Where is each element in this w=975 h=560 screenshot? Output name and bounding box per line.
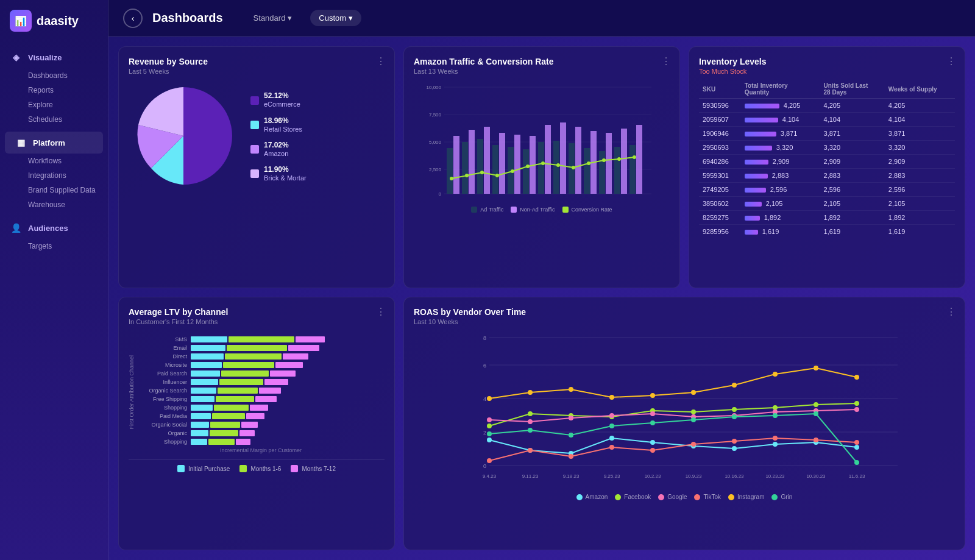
- legend-ad-traffic: Ad Traffic: [471, 207, 503, 213]
- ltv-legend-months712: Months 7-12: [291, 465, 336, 472]
- sku-cell: 1906946: [699, 127, 741, 141]
- ltv-bar-row: SMS: [137, 336, 385, 342]
- sidebar-item-audiences[interactable]: 👤 Audiences: [0, 217, 108, 239]
- tab-standard[interactable]: Standard ▾: [245, 10, 301, 26]
- svg-point-88: [854, 401, 859, 406]
- legend-dot-amazon: [250, 145, 259, 154]
- sidebar-item-brand-supplied[interactable]: Brand Supplied Data: [0, 183, 108, 197]
- svg-point-102: [609, 445, 614, 450]
- svg-point-128: [854, 460, 859, 465]
- ltv-bar-segments: [191, 388, 281, 394]
- inventory-title: Inventory Levels: [699, 57, 955, 66]
- sidebar-label-visualize: Visualize: [28, 53, 62, 62]
- table-row: 2059607 4,104 4,104 4,104: [699, 113, 955, 127]
- ltv-bar-segments: [191, 379, 288, 385]
- roas-subtitle: Last 10 Weeks: [414, 318, 955, 325]
- weeks-cell: 1,892: [885, 211, 955, 225]
- revenue-subtitle: Last 5 Weeks: [129, 68, 385, 75]
- svg-point-46: [602, 158, 606, 162]
- tab-custom[interactable]: Custom ▾: [310, 10, 361, 26]
- sold-cell: 1,892: [820, 211, 885, 225]
- roas-menu[interactable]: ⋮: [946, 306, 956, 317]
- svg-point-86: [773, 405, 778, 410]
- sidebar-item-dashboards[interactable]: Dashboards: [0, 68, 108, 83]
- ltv-y-label: First Order Attribution Channel: [129, 355, 135, 430]
- sold-cell: 3,871: [820, 127, 885, 141]
- sold-cell: 2,883: [820, 169, 885, 183]
- total-cell: 2,105: [741, 197, 820, 211]
- table-row: 8259275 1,892 1,892 1,892: [699, 211, 955, 225]
- weeks-cell: 4,205: [885, 99, 955, 113]
- amazon-subtitle: Last 13 Weeks: [414, 68, 670, 75]
- roas-legend-facebook: Facebook: [615, 494, 651, 500]
- ltv-bar-row: Organic Search: [137, 388, 385, 394]
- legend-retail: 18.96% Retail Stores: [250, 116, 307, 133]
- sidebar-item-visualize[interactable]: ◈ Visualize: [0, 46, 108, 68]
- svg-point-108: [854, 440, 859, 445]
- sold-cell: 3,320: [820, 141, 885, 155]
- svg-point-121: [569, 433, 573, 438]
- sidebar-section-platform: ▦ Platform Workflows Integrations Brand …: [0, 132, 108, 212]
- revenue-menu[interactable]: ⋮: [376, 55, 386, 67]
- inventory-menu[interactable]: ⋮: [946, 55, 956, 67]
- sku-cell: 5959301: [699, 169, 741, 183]
- ltv-channel-label: Microsite: [137, 362, 187, 368]
- sidebar-item-schedules[interactable]: Schedules: [0, 112, 108, 127]
- svg-point-123: [650, 420, 655, 425]
- svg-rect-11: [453, 136, 459, 194]
- svg-point-118: [854, 375, 859, 380]
- inventory-card: Inventory Levels Too Much Stock ⋮ SKU To…: [689, 46, 965, 288]
- ltv-card: Average LTV by Channel In Customer's Fir…: [118, 297, 395, 550]
- ltv-menu[interactable]: ⋮: [376, 306, 386, 317]
- svg-point-79: [487, 424, 492, 428]
- ltv-channel-label: Email: [137, 345, 187, 351]
- svg-point-111: [569, 387, 573, 392]
- sku-cell: 6940286: [699, 155, 741, 169]
- ltv-bar-row: Free Shipping: [137, 396, 385, 402]
- sidebar-item-workflows[interactable]: Workflows: [0, 154, 108, 168]
- svg-point-91: [569, 416, 573, 420]
- sidebar-section-visualize: ◈ Visualize Dashboards Reports Explore S…: [0, 46, 108, 127]
- weeks-cell: 3,871: [885, 127, 955, 141]
- svg-rect-20: [523, 149, 529, 194]
- svg-rect-25: [560, 122, 566, 194]
- svg-point-73: [650, 440, 655, 445]
- svg-point-117: [814, 366, 818, 370]
- svg-rect-34: [629, 145, 636, 194]
- sidebar-item-integrations[interactable]: Integrations: [0, 168, 108, 183]
- svg-point-87: [814, 402, 818, 407]
- table-row: 3850602 2,105 2,105 2,105: [699, 197, 955, 211]
- logo-icon: 📊: [10, 10, 32, 32]
- sidebar-item-targets[interactable]: Targets: [0, 239, 108, 253]
- sidebar-label-platform: Platform: [33, 138, 65, 147]
- svg-point-113: [650, 393, 655, 398]
- ecommerce-pct: 52.12%: [264, 91, 300, 100]
- svg-point-80: [528, 411, 533, 416]
- sidebar-item-platform[interactable]: ▦ Platform: [5, 132, 103, 154]
- sidebar-item-reports[interactable]: Reports: [0, 83, 108, 97]
- amazon-menu[interactable]: ⋮: [661, 55, 671, 67]
- sidebar-item-warehouse[interactable]: Warehouse: [0, 197, 108, 212]
- amazon-card: Amazon Traffic & Conversion Rate Last 13…: [403, 46, 680, 288]
- svg-point-78: [854, 445, 859, 450]
- svg-point-42: [541, 161, 545, 165]
- table-row: 9285956 1,619 1,619 1,619: [699, 225, 955, 239]
- svg-point-101: [569, 454, 573, 459]
- topbar: ‹ Dashboards Standard ▾ Custom ▾: [108, 0, 975, 37]
- logo-text: daasity: [37, 14, 79, 28]
- platform-icon: ▦: [15, 136, 27, 149]
- ltv-channel-label: Organic Social: [137, 422, 187, 428]
- svg-point-107: [814, 438, 818, 442]
- svg-rect-24: [553, 141, 559, 194]
- svg-text:10.2.23: 10.2.23: [645, 473, 661, 479]
- svg-point-89: [487, 417, 492, 422]
- sidebar-item-explore[interactable]: Explore: [0, 97, 108, 112]
- ltv-bar-row: Paid Search: [137, 370, 385, 377]
- roas-card: ROAS by Vendor Over Time Last 10 Weeks ⋮…: [403, 297, 965, 550]
- ltv-bar-row: Email: [137, 345, 385, 351]
- table-row: 5959301 2,883 2,883 2,883: [699, 169, 955, 183]
- legend-brick: 11.90% Brick & Mortar: [250, 165, 307, 182]
- back-button[interactable]: ‹: [123, 9, 143, 28]
- svg-point-106: [773, 436, 778, 441]
- ltv-bar-row: Organic: [137, 430, 385, 436]
